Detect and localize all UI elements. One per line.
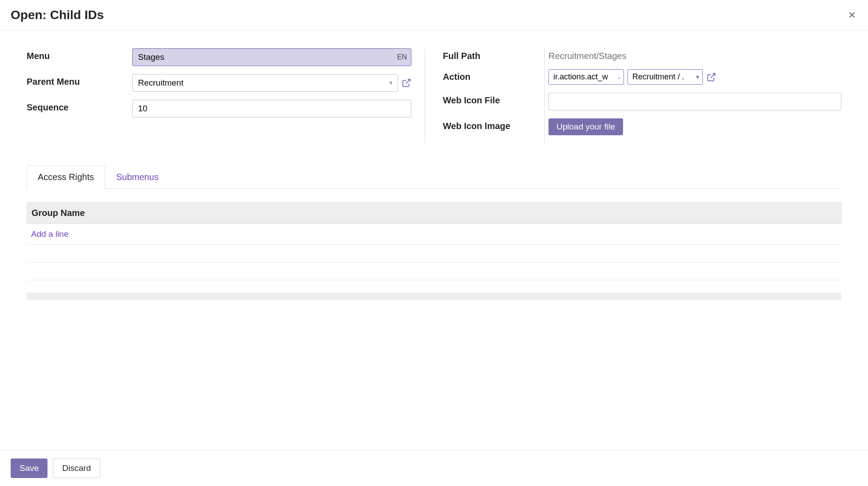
upload-file-button[interactable]: Upload your file xyxy=(548,118,623,135)
modal-title: Open: Child IDs xyxy=(11,8,104,22)
web-icon-image-label: Web Icon Image xyxy=(443,118,548,131)
full-path-label: Full Path xyxy=(443,48,548,61)
form-grid: Menu EN Parent Menu ▼ xyxy=(27,48,841,143)
tabs: Access Rights Submenus xyxy=(27,165,841,189)
modal-footer: Save Discard xyxy=(0,450,868,486)
form-column-right: Full Path Recruitment/Stages Action ⌄ xyxy=(443,48,841,143)
discard-button[interactable]: Discard xyxy=(53,459,100,478)
column-spacer xyxy=(815,208,836,218)
save-button[interactable]: Save xyxy=(11,459,47,478)
table-footer-bar xyxy=(27,293,841,300)
divider xyxy=(544,48,544,143)
close-icon: × xyxy=(848,8,856,22)
table-row: Add a line xyxy=(27,224,841,245)
form-row-web-icon-image: Web Icon Image Upload your file xyxy=(443,118,841,135)
modal-body: Menu EN Parent Menu ▼ xyxy=(0,31,868,450)
add-line-link[interactable]: Add a line xyxy=(31,229,69,239)
form-row-parent-menu: Parent Menu ▼ xyxy=(27,74,425,92)
menu-input[interactable] xyxy=(132,48,411,66)
parent-menu-select[interactable] xyxy=(132,74,398,92)
svg-line-1 xyxy=(710,73,715,78)
action-type-select[interactable] xyxy=(548,69,624,85)
menu-label: Menu xyxy=(27,48,132,61)
sequence-input[interactable] xyxy=(132,100,411,118)
action-value-select[interactable] xyxy=(627,69,703,85)
modal-header: Open: Child IDs × xyxy=(0,0,868,31)
web-icon-file-input[interactable] xyxy=(548,93,841,110)
table-row xyxy=(27,263,841,280)
action-label: Action xyxy=(443,69,548,82)
sequence-label: Sequence xyxy=(27,100,132,113)
modal-dialog: Open: Child IDs × Menu EN Parent xyxy=(0,0,868,486)
parent-menu-label: Parent Menu xyxy=(27,74,132,87)
form-row-menu: Menu EN xyxy=(27,48,425,66)
access-rights-table: Group Name Add a line xyxy=(27,202,841,300)
web-icon-file-label: Web Icon File xyxy=(443,93,548,106)
tab-submenus[interactable]: Submenus xyxy=(105,165,170,189)
action-external-link[interactable] xyxy=(706,72,716,82)
parent-menu-external-link[interactable] xyxy=(402,78,411,88)
svg-line-0 xyxy=(406,79,410,84)
table-header: Group Name xyxy=(27,202,841,224)
form-row-web-icon-file: Web Icon File xyxy=(443,93,841,110)
close-button[interactable]: × xyxy=(847,9,857,21)
full-path-value: Recruitment/Stages xyxy=(548,48,627,61)
external-link-icon xyxy=(706,72,716,82)
external-link-icon xyxy=(402,78,411,88)
form-row-full-path: Full Path Recruitment/Stages xyxy=(443,48,841,61)
form-row-action: Action ⌄ ▼ xyxy=(443,69,841,85)
column-header-group-name: Group Name xyxy=(32,208,815,218)
tab-access-rights[interactable]: Access Rights xyxy=(27,165,105,189)
table-row xyxy=(27,245,841,263)
form-row-sequence: Sequence xyxy=(27,100,425,118)
form-column-left: Menu EN Parent Menu ▼ xyxy=(27,48,425,143)
